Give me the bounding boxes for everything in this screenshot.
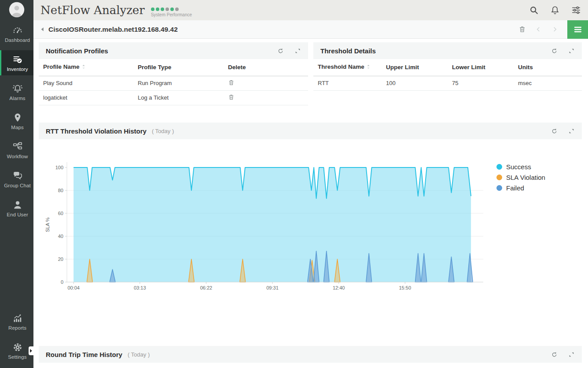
round-trip-header: Round Trip Time History ( Today ) xyxy=(39,346,582,363)
next-device-button[interactable] xyxy=(551,26,559,33)
back-icon[interactable] xyxy=(40,27,45,32)
column-header-lower-limit: Lower Limit xyxy=(448,59,514,76)
search-icon[interactable] xyxy=(529,5,539,15)
breadcrumb-actions xyxy=(518,20,588,39)
logo-status: System Performance xyxy=(151,7,192,17)
sidebar-item-label: Workflow xyxy=(7,154,28,159)
status-dot xyxy=(151,7,154,11)
svg-text:0: 0 xyxy=(61,279,63,285)
sidebar-item-inventory[interactable]: Inventory xyxy=(0,50,33,75)
sidebar-item-workflow[interactable]: Workflow xyxy=(0,138,33,163)
panel-subtitle: ( Today ) xyxy=(152,128,174,134)
breadcrumb: CiscoIOSRouter.melab.net192.168.49.42 xyxy=(33,20,588,39)
previous-device-button[interactable] xyxy=(535,26,542,33)
column-header-profile-name[interactable]: Profile Name xyxy=(39,59,133,76)
sidebar-item-label: End User xyxy=(7,212,28,217)
alarm-bell-icon xyxy=(12,83,23,94)
round-trip-panel: Round Trip Time History ( Today ) xyxy=(39,346,582,363)
delete-device-button[interactable] xyxy=(518,26,526,33)
status-dot xyxy=(161,7,164,11)
app-logo[interactable]: NetFlow Analyzer xyxy=(40,4,145,17)
svg-text:80: 80 xyxy=(58,188,63,193)
upper-limit-cell: 100 xyxy=(382,76,448,90)
collapse-icon[interactable] xyxy=(568,128,575,134)
profile-name-cell: Play Sound xyxy=(39,76,133,90)
status-dots xyxy=(151,7,192,11)
sidebar-item-reports[interactable]: Reports xyxy=(0,309,33,334)
threshold-details-header: Threshold Details xyxy=(313,42,582,59)
sidebar-item-group-chat[interactable]: Group Chat xyxy=(0,167,33,192)
panel-menu-button[interactable] xyxy=(567,20,588,39)
delete-profile-button[interactable] xyxy=(228,94,235,100)
sidebar-item-label: Dashboard xyxy=(5,37,30,43)
sidebar-nav: DashboardInventoryAlarmsMapsWorkflowGrou… xyxy=(0,21,33,368)
threshold-details-panel: Threshold Details Threshold NameUpper Li… xyxy=(313,42,582,91)
reports-icon xyxy=(12,313,23,323)
workflow-icon xyxy=(12,141,23,152)
sidebar-item-alarms[interactable]: Alarms xyxy=(0,79,33,104)
legend-dot xyxy=(496,175,502,180)
svg-text:20: 20 xyxy=(58,256,63,262)
status-dot xyxy=(156,7,159,11)
notification-profiles-table: Profile NameProfile TypeDeletePlay Sound… xyxy=(39,59,308,105)
sidebar-item-settings[interactable]: Settings xyxy=(0,338,33,363)
units-cell: msec xyxy=(514,76,582,90)
panel-tools xyxy=(551,48,575,54)
svg-text:06:22: 06:22 xyxy=(200,285,213,290)
sidebar-item-maps[interactable]: Maps xyxy=(0,108,33,134)
sidebar-item-label: Alarms xyxy=(9,96,25,101)
refresh-icon[interactable] xyxy=(551,48,558,54)
panel-title: Notification Profiles xyxy=(46,47,108,55)
sidebar: DashboardInventoryAlarmsMapsWorkflowGrou… xyxy=(0,0,33,368)
svg-text:09:31: 09:31 xyxy=(266,285,279,290)
sort-icon xyxy=(367,64,370,71)
panel-tools xyxy=(551,351,575,358)
legend-label: Failed xyxy=(506,184,524,192)
legend-item-failed[interactable]: Failed xyxy=(496,184,545,192)
sort-icon xyxy=(82,64,85,71)
panel-title: Threshold Details xyxy=(320,47,376,55)
sidebar-item-label: Inventory xyxy=(7,67,28,72)
notifications-bell-icon[interactable] xyxy=(550,5,560,15)
user-avatar[interactable] xyxy=(9,2,25,18)
column-header-threshold-name[interactable]: Threshold Name xyxy=(313,59,382,76)
svg-text:12:40: 12:40 xyxy=(333,285,345,290)
profile-row: Play SoundRun Program xyxy=(39,76,308,90)
lower-limit-cell: 75 xyxy=(448,76,514,90)
topbar-actions xyxy=(529,5,581,15)
collapse-icon[interactable] xyxy=(568,48,575,54)
svg-text:03:13: 03:13 xyxy=(134,285,146,290)
column-header-delete: Delete xyxy=(224,59,308,76)
main-content: Notification Profiles Profile NameProfil… xyxy=(33,39,588,368)
sidebar-item-label: Maps xyxy=(11,125,24,130)
notification-profiles-panel: Notification Profiles Profile NameProfil… xyxy=(39,42,308,105)
preferences-sliders-icon[interactable] xyxy=(571,5,581,15)
sidebar-item-dashboard[interactable]: Dashboard xyxy=(0,21,33,46)
chart-legend: SuccessSLA ViolationFailed xyxy=(496,163,545,192)
refresh-icon[interactable] xyxy=(551,128,558,134)
delete-cell xyxy=(224,90,308,105)
legend-dot xyxy=(496,185,502,191)
panel-tools xyxy=(277,48,301,54)
sidebar-item-end-user[interactable]: End User xyxy=(0,196,33,221)
column-header-units: Units xyxy=(514,59,582,76)
profile-type-cell: Log a Ticket xyxy=(133,90,224,105)
settings-flyout-arrow-icon[interactable] xyxy=(29,346,33,355)
panel-tools xyxy=(551,128,575,134)
sla-chart-area: 02040608010000:0403:1306:2209:3112:4015:… xyxy=(39,154,582,306)
collapse-icon[interactable] xyxy=(568,351,575,358)
refresh-icon[interactable] xyxy=(277,48,284,54)
topbar: NetFlow Analyzer System Performance xyxy=(33,0,588,20)
sla-violation-chart: 02040608010000:0403:1306:2209:3112:4015:… xyxy=(39,154,488,300)
collapse-icon[interactable] xyxy=(294,48,301,54)
map-pin-icon xyxy=(12,112,23,123)
status-dot xyxy=(175,7,179,11)
column-header-upper-limit: Upper Limit xyxy=(382,59,448,76)
legend-label: Success xyxy=(506,163,531,171)
legend-item-success[interactable]: Success xyxy=(496,163,545,171)
delete-profile-button[interactable] xyxy=(228,79,235,86)
legend-item-sla-violation[interactable]: SLA Violation xyxy=(496,174,545,181)
panel-subtitle: ( Today ) xyxy=(128,351,150,358)
refresh-icon[interactable] xyxy=(551,351,558,358)
profile-name-cell: logaticket xyxy=(39,90,133,105)
